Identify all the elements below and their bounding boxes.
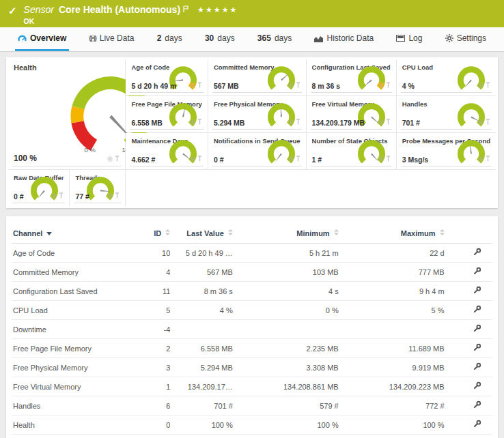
tile-gear-icon[interactable]: [378, 152, 384, 164]
tile-pin-icon[interactable]: [386, 115, 391, 128]
tile-gear-icon[interactable]: [288, 78, 294, 91]
cell-minimum: 134.208.861 MB: [233, 377, 339, 396]
tile-pin-icon[interactable]: [197, 78, 202, 91]
tile-gear-icon[interactable]: [478, 115, 484, 128]
column-header-channel[interactable]: Channel: [12, 224, 141, 244]
tile-pin-icon[interactable]: [386, 78, 391, 91]
cell-id: 11: [141, 282, 170, 301]
tab-30-days-label: days: [217, 33, 234, 43]
gauge-value: 4.662 #: [131, 156, 155, 164]
channel-settings-icon[interactable]: [473, 250, 481, 258]
tile-pin-icon[interactable]: [386, 152, 391, 164]
tile-gear-icon[interactable]: [478, 152, 484, 164]
channel-settings-icon[interactable]: [473, 307, 481, 315]
channel-settings-icon[interactable]: [473, 403, 481, 411]
gauge-tile[interactable]: Notifications in Send Queue 0 #: [208, 133, 306, 169]
gauge-tile[interactable]: Handles 701 #: [397, 96, 496, 132]
channel-settings-icon[interactable]: [473, 288, 481, 296]
tile-pin-icon[interactable]: [197, 152, 202, 164]
column-header-minimum[interactable]: Minimum: [233, 224, 339, 244]
tab-live-data[interactable]: ((•)) Live Data: [87, 27, 137, 51]
log-icon: [396, 35, 405, 42]
sort-both-icon: [334, 229, 339, 235]
tile-gear-icon[interactable]: [190, 152, 195, 164]
tile-pin-icon[interactable]: [115, 152, 120, 164]
tile-pin-icon[interactable]: [296, 115, 300, 128]
tile-pin-icon[interactable]: [296, 152, 300, 164]
tile-pin-icon[interactable]: [115, 189, 120, 201]
cell-channel: Configuration Last Saved: [12, 282, 141, 301]
gauge-tile[interactable]: Free Physical Memory 5.294 MB: [208, 96, 306, 132]
tile-gear-icon[interactable]: [478, 78, 484, 91]
tile-pin-icon[interactable]: [59, 189, 64, 201]
channel-settings-icon[interactable]: [473, 345, 481, 353]
tab-overview[interactable]: Overview: [15, 27, 69, 51]
cell-last-value: 4 %: [170, 301, 233, 320]
cell-channel: Free Physical Memory: [12, 358, 141, 377]
cell-id: -4: [141, 320, 170, 339]
sort-desc-icon: [46, 232, 52, 235]
table-row[interactable]: Health 0 100 % 100 % 100 %: [12, 415, 492, 435]
flag-icon[interactable]: [183, 3, 189, 14]
tile-gear-icon[interactable]: [378, 115, 384, 128]
table-row[interactable]: Handles 6 701 # 579 # 772 #: [12, 396, 492, 415]
tab-2-days[interactable]: 2 days: [154, 27, 185, 51]
tile-gear-icon[interactable]: [51, 189, 57, 201]
channel-settings-icon[interactable]: [473, 269, 481, 277]
priority-stars[interactable]: ★★★★★: [197, 4, 238, 16]
column-header-maximum[interactable]: Maximum: [339, 224, 445, 244]
tile-gear-icon[interactable]: [288, 152, 294, 164]
tab-log[interactable]: Log: [393, 27, 425, 51]
tile-pin-icon[interactable]: [197, 115, 202, 128]
column-header-last-value[interactable]: Last Value: [170, 224, 233, 244]
tile-gear-icon[interactable]: [190, 115, 195, 128]
tab-settings[interactable]: Settings: [443, 27, 489, 51]
table-row[interactable]: Configuration Last Saved 11 8 m 36 s 4 s…: [12, 282, 492, 301]
channel-settings-icon[interactable]: [473, 326, 481, 334]
tile-gear-icon[interactable]: [378, 78, 384, 91]
tile-pin-icon[interactable]: [486, 78, 490, 91]
table-row[interactable]: Age of Code 10 5 d 20 h 49 … 5 h 21 m 22…: [12, 244, 492, 263]
table-row[interactable]: Free Physical Memory 3 5.294 MB 3.308 MB…: [12, 358, 492, 377]
channel-settings-icon[interactable]: [473, 422, 481, 430]
tile-gear-icon[interactable]: [107, 189, 113, 201]
channel-settings-icon[interactable]: [473, 364, 481, 373]
gauge-tile[interactable]: Number of State Objects 1 #: [307, 133, 396, 169]
column-header-id[interactable]: ID: [141, 224, 170, 244]
table-row[interactable]: Maintenance Days 9 4.662 # 4.662 # 4.698…: [12, 435, 492, 438]
gauge-tile[interactable]: Raw Data Buffer 0 #: [8, 170, 69, 206]
tab-30-days[interactable]: 30 days: [202, 27, 238, 51]
gauge-tile-health[interactable]: Health 0 % 100 % 100 %: [8, 59, 125, 169]
table-row[interactable]: Downtime -4: [12, 320, 492, 339]
tile-gear-icon[interactable]: [107, 152, 113, 164]
gauge-tile[interactable]: Committed Memory 567 MB: [208, 59, 306, 96]
tile-pin-icon[interactable]: [486, 152, 490, 164]
status-badge: OK: [24, 17, 238, 25]
tile-gear-icon[interactable]: [288, 115, 294, 128]
tile-pin-icon[interactable]: [486, 115, 490, 128]
table-row[interactable]: Free Virtual Memory 1 134.209.17… 134.20…: [12, 377, 492, 396]
channels-table: Channel ID Last Value Minimum: [12, 224, 492, 438]
gauge-tile[interactable]: Free Page File Memory 6.558 MB: [126, 96, 207, 132]
gauge-tile[interactable]: Free Virtual Memory 134.209.179 MB: [307, 96, 396, 132]
gauge-tile[interactable]: Configuration Last Saved 8 m 36 s: [307, 59, 396, 96]
table-row[interactable]: CPU Load 5 4 % 0 % 5 %: [12, 301, 492, 320]
gauge-tile[interactable]: Threads 77 #: [70, 170, 125, 206]
gauge-tile[interactable]: Probe Messages per Second 3 Msg/s: [397, 133, 496, 169]
cell-minimum: 579 #: [233, 396, 339, 415]
tab-365-days[interactable]: 365 days: [255, 27, 294, 51]
cell-last-value: 8 m 36 s: [170, 282, 233, 301]
tile-pin-icon[interactable]: [296, 78, 300, 91]
cell-last-value: 567 MB: [170, 263, 233, 282]
table-body: Age of Code 10 5 d 20 h 49 … 5 h 21 m 22…: [12, 244, 492, 438]
table-row[interactable]: Free Page File Memory 2 6.558 MB 2.235 M…: [12, 339, 492, 358]
tile-gear-icon[interactable]: [190, 78, 195, 91]
gauge-tile[interactable]: CPU Load 4 %: [397, 59, 496, 96]
gauge-tile[interactable]: Age of Code 5 d 20 h 49 m: [126, 59, 207, 96]
channel-settings-icon[interactable]: [473, 383, 481, 392]
sensor-header: ✓ Sensor Core Health (Autonomous) ★★★★★ …: [0, 0, 504, 27]
tab-historic-data[interactable]: Historic Data: [311, 27, 376, 51]
gauge-value: 0 #: [14, 192, 24, 201]
table-row[interactable]: Committed Memory 4 567 MB 103 MB 777 MB: [12, 263, 492, 282]
gauge-tile[interactable]: Maintenance Days 4.662 #: [126, 133, 207, 169]
